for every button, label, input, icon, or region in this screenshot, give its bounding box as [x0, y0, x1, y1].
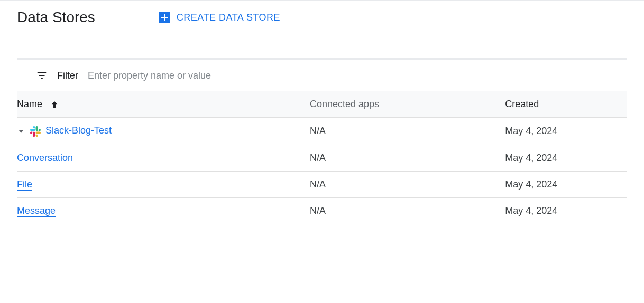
filter-label: Filter	[57, 70, 78, 81]
cell-created: May 4, 2024	[505, 172, 627, 198]
cell-connected-apps: N/A	[310, 145, 505, 172]
data-store-link[interactable]: Message	[17, 205, 56, 217]
sort-ascending-icon	[50, 100, 59, 109]
cell-connected-apps: N/A	[310, 118, 505, 145]
column-header-connected-apps[interactable]: Connected apps	[310, 91, 505, 118]
cell-created: May 4, 2024	[505, 145, 627, 172]
cell-connected-apps: N/A	[310, 198, 505, 224]
data-stores-table: Name Connected apps Created	[17, 91, 627, 224]
create-data-store-button[interactable]: CREATE DATA STORE	[159, 12, 280, 23]
cell-created: May 4, 2024	[505, 118, 627, 145]
content-area: Filter Name Connected apps Created	[0, 39, 644, 224]
filter-input[interactable]	[88, 70, 299, 81]
collapse-icon[interactable]	[17, 127, 25, 136]
filter-icon	[36, 70, 48, 81]
plus-icon	[159, 12, 170, 23]
column-header-created[interactable]: Created	[505, 91, 627, 118]
page-title: Data Stores	[17, 9, 95, 26]
slack-icon	[30, 126, 41, 137]
create-button-label: CREATE DATA STORE	[177, 12, 280, 23]
data-store-link[interactable]: Conversation	[17, 153, 73, 164]
cell-created: May 4, 2024	[505, 198, 627, 224]
cell-connected-apps: N/A	[310, 172, 505, 198]
page-header: Data Stores CREATE DATA STORE	[0, 0, 644, 39]
data-store-link[interactable]: Slack-Blog-Test	[45, 125, 112, 137]
column-header-name[interactable]: Name	[17, 91, 310, 118]
table-row: Slack-Blog-Test N/A May 4, 2024	[17, 118, 627, 145]
table-row: Conversation N/A May 4, 2024	[17, 145, 627, 172]
table-row: Message N/A May 4, 2024	[17, 198, 627, 224]
filter-bar: Filter	[17, 60, 627, 91]
table-row: File N/A May 4, 2024	[17, 172, 627, 198]
data-store-link[interactable]: File	[17, 179, 32, 191]
